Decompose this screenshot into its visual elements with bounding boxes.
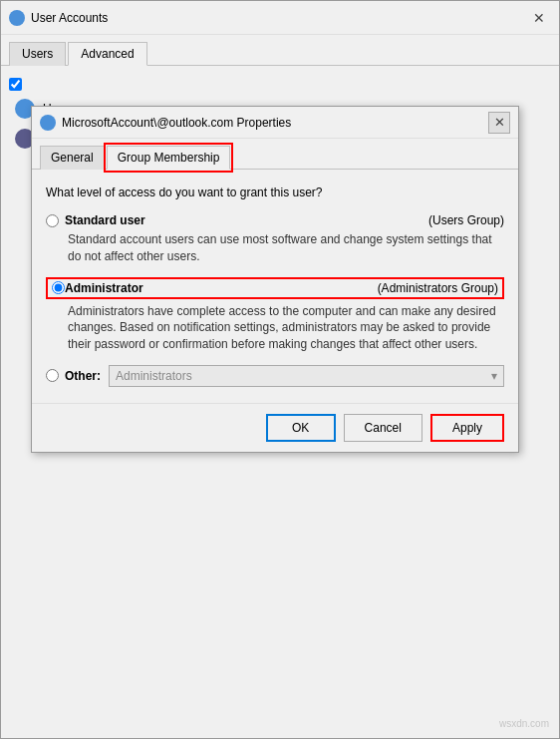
inner-titlebar: MicrosoftAccount\@outlook.com Properties… (32, 107, 518, 139)
apply-button[interactable]: Apply (430, 414, 504, 442)
standard-user-row: Standard user (Users Group) (46, 213, 504, 227)
question-text: What level of access do you want to gran… (46, 185, 504, 199)
dialog-buttons: OK Cancel Apply (32, 403, 518, 452)
outer-close-button[interactable]: ✕ (527, 6, 551, 30)
dropdown-chevron-icon: ▾ (491, 369, 497, 383)
tab-group-membership[interactable]: Group Membership (107, 146, 231, 170)
outer-titlebar: User Accounts ✕ (1, 1, 559, 35)
inner-title-suffix: @outlook.com Properties (156, 116, 291, 130)
outer-window: User Accounts ✕ Users Advanced U U (0, 0, 560, 739)
tab-general[interactable]: General (40, 146, 105, 170)
watermark: wsxdn.com (499, 718, 549, 729)
other-radio[interactable] (46, 369, 59, 382)
cancel-button[interactable]: Cancel (344, 414, 422, 442)
bg-checkbox[interactable] (9, 78, 22, 91)
bg-checkbox-row (9, 78, 551, 91)
inner-window-title: MicrosoftAccount\@outlook.com Properties (62, 116, 488, 130)
inner-tabs-row: General Group Membership (32, 139, 518, 170)
admin-group-label: (Administrators Group) (378, 281, 498, 295)
other-label[interactable]: Other: (65, 369, 101, 383)
admin-option-row: Administrator (Administrators Group) (46, 277, 504, 299)
admin-description: Administrators have complete access to t… (68, 303, 504, 353)
standard-user-description: Standard account users can use most soft… (68, 231, 504, 265)
inner-window-icon (40, 115, 56, 131)
inner-title-prefix: MicrosoftAccount\ (62, 116, 156, 130)
administrator-radio[interactable] (52, 281, 65, 294)
standard-user-label[interactable]: Standard user (65, 213, 145, 227)
ok-button[interactable]: OK (266, 414, 336, 442)
outer-content: U U MicrosoftAccount\@outlook.com Proper… (1, 66, 559, 739)
outer-window-icon (9, 10, 25, 26)
outer-window-title: User Accounts (31, 11, 527, 25)
outer-tabs-row: Users Advanced (1, 35, 559, 66)
inner-content: What level of access do you want to gran… (32, 170, 518, 403)
standard-user-option-group: Standard user (Users Group) Standard acc… (46, 213, 504, 265)
tab-users[interactable]: Users (9, 42, 66, 66)
standard-user-group-label: (Users Group) (428, 213, 504, 227)
other-dropdown[interactable]: Administrators ▾ (109, 365, 504, 387)
admin-option-group: Administrator (Administrators Group) Adm… (46, 277, 504, 353)
tab-advanced[interactable]: Advanced (68, 42, 146, 66)
other-option-row: Other: Administrators ▾ (46, 365, 504, 387)
standard-user-radio[interactable] (46, 214, 59, 227)
inner-close-button[interactable]: ✕ (488, 112, 510, 134)
other-dropdown-value: Administrators (116, 369, 192, 383)
inner-dialog: MicrosoftAccount\@outlook.com Properties… (31, 106, 519, 453)
administrator-label[interactable]: Administrator (65, 281, 143, 295)
